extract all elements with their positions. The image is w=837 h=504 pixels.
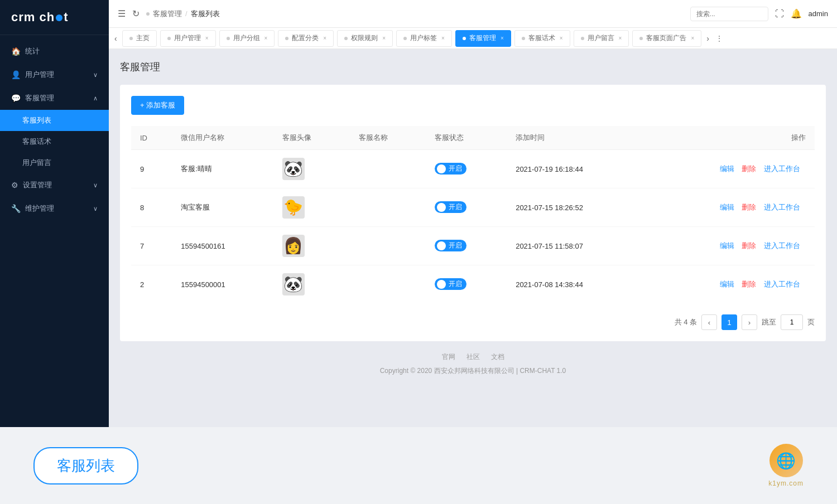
tab-user-group[interactable]: 用户分组 × [219, 30, 275, 47]
tab-cs-script[interactable]: 客服话术 × [514, 30, 570, 47]
tabs-arrow-right[interactable]: › [703, 34, 713, 43]
tab-user-tags-label: 用户标签 [410, 33, 437, 43]
logo: crm cht [0, 0, 109, 35]
cell-id: 8 [131, 188, 172, 227]
breadcrumb-parent[interactable]: 客服管理 [153, 9, 182, 19]
avatar-emoji: 🐼 [283, 277, 303, 292]
workspace-link[interactable]: 进入工作台 [764, 203, 800, 211]
cell-status: 开启 [426, 265, 507, 304]
page-1-btn[interactable]: 1 [721, 314, 737, 330]
tab-user-comment[interactable]: 用户留言 × [574, 30, 629, 47]
cs-table: ID 微信用户名称 客服头像 客服名称 客服状态 添加时间 操作 9 客服: [131, 126, 815, 303]
cell-add-time: 2021-07-08 14:38:44 [507, 265, 646, 304]
breadcrumb-sep: / [185, 9, 187, 18]
chevron-down-icon-2: ∨ [93, 182, 98, 189]
tab-user-mgmt[interactable]: 用户管理 × [160, 30, 216, 47]
cell-add-time: 2021-07-15 11:58:07 [507, 227, 646, 265]
avatar: 🐤 [282, 196, 305, 219]
tab-cs-script-label: 客服话术 [528, 33, 555, 43]
card-toolbar: + 添加客服 [131, 96, 815, 115]
sidebar-item-cs-mgmt[interactable]: 💬 客服管理 ∧ [0, 86, 109, 110]
pagination-bar: 共 4 条 ‹ 1 › 跳至 页 [131, 314, 815, 330]
tab-cs-mgmt[interactable]: 客服管理 × [455, 30, 511, 47]
cell-id: 7 [131, 227, 172, 265]
avatar: 👩 [282, 235, 305, 257]
fullscreen-icon[interactable]: ⛶ [775, 9, 784, 19]
workspace-link[interactable]: 进入工作台 [764, 280, 800, 288]
footer-link-docs[interactable]: 文档 [491, 352, 504, 362]
avatar: 🐼 [282, 273, 305, 295]
menu-icon[interactable]: ☰ [118, 8, 126, 19]
avatar: 🐼 [282, 158, 305, 180]
tab-dot-active [463, 37, 466, 40]
toggle-circle [437, 241, 446, 250]
tabs-arrow-left[interactable]: ‹ [111, 34, 121, 43]
tabs-bar: ‹ 主页 用户管理 × 用户分组 × 配置分类 [109, 28, 837, 49]
footer: 官网 社区 文档 Copyright © 2020 西安众邦网络科技有限公司 |… [120, 341, 826, 387]
delete-link[interactable]: 删除 [742, 241, 756, 250]
tab-close-icon[interactable]: × [382, 35, 386, 41]
workspace-link[interactable]: 进入工作台 [764, 164, 800, 173]
delete-link[interactable]: 删除 [742, 164, 756, 173]
status-toggle[interactable]: 开启 [435, 201, 466, 213]
tab-close-icon[interactable]: × [441, 35, 445, 41]
sidebar-item-cs-script[interactable]: 客服话术 [0, 131, 109, 152]
user-icon: 👤 [11, 70, 21, 79]
sidebar-item-user-comment[interactable]: 用户留言 [0, 152, 109, 173]
tab-config-category[interactable]: 配置分类 × [278, 30, 334, 47]
tab-close-icon[interactable]: × [501, 35, 504, 41]
status-toggle[interactable]: 开启 [435, 163, 466, 175]
sidebar-item-user-mgmt[interactable]: 👤 用户管理 ∨ [0, 63, 109, 86]
status-toggle[interactable]: 开启 [435, 240, 466, 251]
delete-link[interactable]: 删除 [742, 203, 756, 211]
refresh-icon[interactable]: ↻ [132, 8, 140, 19]
prev-page-btn[interactable]: ‹ [701, 314, 717, 330]
add-cs-button[interactable]: + 添加客服 [131, 96, 184, 115]
tab-close-icon[interactable]: × [264, 35, 268, 41]
search-input[interactable] [690, 7, 768, 21]
tabs-more-icon[interactable]: ⋮ [713, 35, 726, 42]
footer-link-official[interactable]: 官网 [442, 352, 455, 362]
next-page-btn[interactable]: › [742, 314, 757, 330]
tab-home[interactable]: 主页 [122, 30, 157, 47]
sidebar-item-stats[interactable]: 🏠 统计 [0, 40, 109, 63]
avatar-emoji: 👩 [283, 238, 303, 254]
workspace-link[interactable]: 进入工作台 [764, 241, 800, 250]
cell-cs-name [350, 265, 426, 304]
watermark-text: k1ym.com [768, 479, 804, 487]
tab-close-icon[interactable]: × [619, 35, 622, 41]
cell-avatar: 🐤 [273, 188, 350, 227]
sidebar-item-cs-list[interactable]: 客服列表 [0, 110, 109, 131]
avatar-emoji: 🐼 [283, 161, 303, 177]
edit-link[interactable]: 编辑 [720, 241, 734, 250]
bell-icon[interactable]: 🔔 [791, 8, 802, 19]
tab-close-icon[interactable]: × [205, 35, 209, 41]
edit-link[interactable]: 编辑 [720, 164, 734, 173]
col-actions: 操作 [646, 126, 815, 150]
nav-menu: 🏠 统计 👤 用户管理 ∨ 💬 客服管理 ∧ 客服列表 [0, 35, 109, 427]
footer-link-community[interactable]: 社区 [466, 352, 480, 362]
table-head: ID 微信用户名称 客服头像 客服名称 客服状态 添加时间 操作 [131, 126, 815, 150]
jump-input[interactable] [781, 314, 803, 330]
tab-dot [285, 37, 288, 40]
toggle-label: 开启 [449, 279, 462, 289]
status-toggle[interactable]: 开启 [435, 278, 466, 290]
edit-link[interactable]: 编辑 [720, 280, 734, 288]
tab-dot [522, 37, 525, 40]
tab-dot [403, 37, 407, 40]
topbar-right: ⛶ 🔔 admin [690, 7, 828, 21]
cell-actions: 编辑 删除 进入工作台 [646, 227, 815, 265]
delete-link[interactable]: 删除 [742, 280, 756, 288]
chat-icon: 💬 [11, 94, 21, 103]
col-status: 客服状态 [426, 126, 507, 150]
tab-close-icon[interactable]: × [323, 35, 326, 41]
admin-label[interactable]: admin [809, 9, 828, 18]
tab-close-icon[interactable]: × [560, 35, 563, 41]
edit-link[interactable]: 编辑 [720, 203, 734, 211]
sidebar-item-maintain[interactable]: 🔧 维护管理 ∨ [0, 197, 109, 220]
tab-close-icon[interactable]: × [691, 35, 694, 41]
tab-cs-ad[interactable]: 客服页面广告 × [632, 30, 701, 47]
tab-user-tags[interactable]: 用户标签 × [396, 30, 452, 47]
sidebar-item-settings[interactable]: ⚙ 设置管理 ∨ [0, 173, 109, 197]
tab-perm-rules[interactable]: 权限规则 × [337, 30, 393, 47]
